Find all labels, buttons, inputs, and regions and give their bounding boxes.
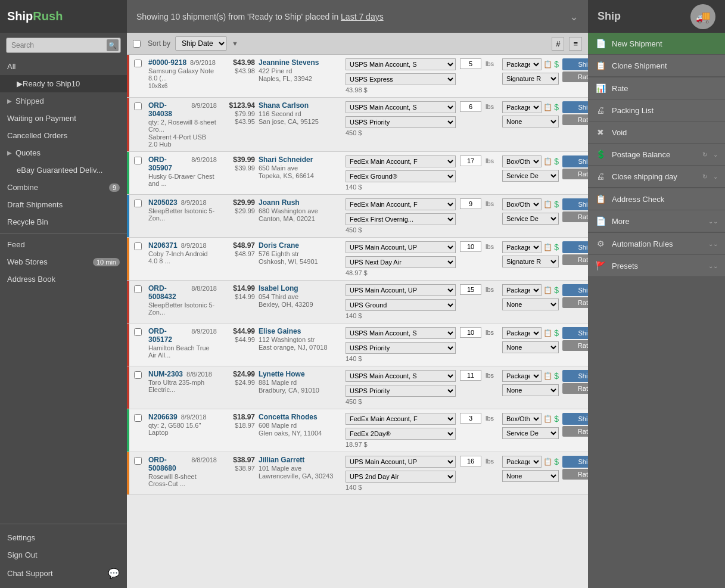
ship-button[interactable]: Ship <box>562 241 588 253</box>
weight-field[interactable] <box>459 456 482 466</box>
weight-field[interactable] <box>459 58 482 69</box>
dollar-icon[interactable]: $ <box>554 328 559 338</box>
more-button[interactable]: 📄 More ⌄⌄ <box>588 210 725 232</box>
dollar-icon[interactable]: $ <box>554 102 559 112</box>
row-checkbox[interactable] <box>134 456 145 466</box>
copy-icon[interactable]: 📋 <box>543 157 552 166</box>
sidebar-item-feed[interactable]: Feed <box>0 236 127 253</box>
row-checkbox[interactable] <box>134 198 145 209</box>
service-select[interactable]: UPS Next Day Air <box>346 256 456 268</box>
sidebar-item-web-stores[interactable]: Web Stores 10 min <box>0 253 127 270</box>
dollar-icon[interactable]: $ <box>554 157 559 166</box>
carrier-select[interactable]: UPS Main Account, UP <box>346 284 456 296</box>
row-checkbox[interactable] <box>134 327 145 338</box>
service-select[interactable]: USPS Priority <box>346 385 456 397</box>
service-select[interactable]: USPS Priority <box>346 342 456 354</box>
rate-button[interactable]: 📊 Rate <box>588 77 725 99</box>
copy-icon[interactable]: 📋 <box>543 286 552 294</box>
package-select[interactable]: Package <box>502 370 542 382</box>
signature-select[interactable]: Service De <box>502 170 559 182</box>
carrier-select[interactable]: UPS Main Account, UP <box>346 456 456 468</box>
row-checkbox[interactable] <box>134 241 145 252</box>
signature-select[interactable]: None <box>502 341 559 353</box>
rate-button[interactable]: Rate <box>562 71 588 82</box>
signature-select[interactable]: Signature R <box>502 256 559 267</box>
dollar-icon[interactable]: $ <box>554 285 559 295</box>
weight-field[interactable] <box>459 101 482 112</box>
package-select[interactable]: Package <box>502 241 542 253</box>
ship-button[interactable]: Ship <box>562 327 588 339</box>
sidebar-item-shipped[interactable]: ▶ Shipped <box>0 92 127 110</box>
rate-button[interactable]: Rate <box>562 383 588 394</box>
sort-select[interactable]: Ship Date <box>175 36 227 51</box>
select-all-checkbox[interactable] <box>133 40 141 48</box>
view-list-button[interactable]: ≡ <box>569 37 582 51</box>
package-select[interactable]: Box/Other <box>502 413 542 425</box>
copy-icon[interactable]: 📋 <box>543 372 552 380</box>
weight-field[interactable] <box>459 284 482 295</box>
sidebar-item-quotes[interactable]: ▶ Quotes <box>0 144 127 161</box>
service-select[interactable]: UPS Ground <box>346 299 456 311</box>
carrier-select[interactable]: USPS Main Account, S <box>346 58 456 70</box>
carrier-select[interactable]: FedEx Main Account, F <box>346 155 456 167</box>
signature-select[interactable]: None <box>502 116 559 127</box>
rate-button[interactable]: Rate <box>562 254 588 265</box>
copy-icon[interactable]: 📋 <box>543 60 552 69</box>
expand-icon[interactable]: ⌄⌄ <box>708 241 718 247</box>
weight-field[interactable] <box>459 198 482 209</box>
dollar-icon[interactable]: $ <box>554 242 559 252</box>
refresh-icon[interactable]: ↻ <box>702 173 707 180</box>
signature-select[interactable]: None <box>502 298 559 310</box>
copy-icon[interactable]: 📋 <box>543 329 552 337</box>
service-select[interactable]: USPS Express <box>346 73 456 85</box>
header-date-link[interactable]: Last 7 days <box>341 12 384 21</box>
ship-button[interactable]: Ship <box>562 284 588 296</box>
rate-button[interactable]: Rate <box>562 211 588 222</box>
sidebar-item-draft-shipments[interactable]: Draft Shipments <box>0 196 127 213</box>
service-select[interactable]: USPS Priority <box>346 116 456 128</box>
expand-icon[interactable]: ⌄⌄ <box>708 263 718 269</box>
automation-rules-button[interactable]: ⚙ Automation Rules ⌄⌄ <box>588 233 725 255</box>
copy-icon[interactable]: 📋 <box>543 243 552 251</box>
service-select[interactable]: FedEx First Overnig... <box>346 213 456 225</box>
dollar-icon[interactable]: $ <box>554 414 559 424</box>
ship-button[interactable]: Ship <box>562 155 588 167</box>
carrier-select[interactable]: UPS Main Account, UP <box>346 241 456 253</box>
postage-balance-button[interactable]: 💲 Postage Balance ↻ ⌄ <box>588 144 725 166</box>
dollar-icon[interactable]: $ <box>554 457 559 466</box>
package-select[interactable]: Package <box>502 58 542 70</box>
package-select[interactable]: Package <box>502 101 542 113</box>
weight-field[interactable] <box>459 327 482 338</box>
close-shipping-day-button[interactable]: 🖨 Close shipping day ↻ ⌄ <box>588 166 725 188</box>
sidebar-item-settings[interactable]: Settings <box>0 529 127 546</box>
carrier-select[interactable]: FedEx Main Account, F <box>346 413 456 425</box>
weight-field[interactable] <box>459 413 482 424</box>
rate-button[interactable]: Rate <box>562 426 588 437</box>
ship-button[interactable]: Ship <box>562 370 588 382</box>
ship-button[interactable]: Ship <box>562 456 588 468</box>
sidebar-item-recycle-bin[interactable]: Recycle Bin <box>0 213 127 231</box>
service-select[interactable]: UPS 2nd Day Air <box>346 471 456 483</box>
expand-more-icon[interactable]: ⌄⌄ <box>708 218 718 225</box>
signature-select[interactable]: Service De <box>502 427 559 439</box>
package-select[interactable]: Box/Other <box>502 155 542 167</box>
rate-button[interactable]: Rate <box>562 469 588 480</box>
row-checkbox[interactable] <box>134 58 145 69</box>
sidebar-item-all[interactable]: All <box>0 58 127 75</box>
packing-list-button[interactable]: 🖨 Packing List <box>588 99 725 122</box>
weight-field[interactable] <box>459 155 482 166</box>
copy-icon[interactable]: 📋 <box>543 103 552 111</box>
refresh-icon[interactable]: ↻ <box>702 151 707 158</box>
rate-button[interactable]: Rate <box>562 297 588 308</box>
presets-button[interactable]: 🚩 Presets ⌄⌄ <box>588 255 725 277</box>
sidebar-item-chat-support[interactable]: Chat Support 💬 <box>0 564 127 583</box>
weight-field[interactable] <box>459 241 482 252</box>
collapse-icon[interactable]: ⌄ <box>570 10 578 23</box>
dollar-icon[interactable]: $ <box>554 371 559 381</box>
carrier-select[interactable]: FedEx Main Account, F <box>346 198 456 210</box>
copy-icon[interactable]: 📋 <box>543 458 552 466</box>
signature-select[interactable]: Service De <box>502 213 559 225</box>
sidebar-item-ready-to-ship[interactable]: ▶ Ready to Ship 10 <box>0 75 127 92</box>
sidebar-item-address-book[interactable]: Address Book <box>0 270 127 288</box>
carrier-select[interactable]: USPS Main Account, S <box>346 327 456 339</box>
